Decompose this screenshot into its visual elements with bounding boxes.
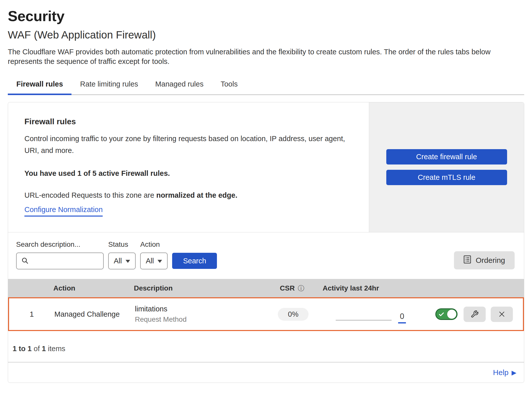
col-description-header: Description [134, 284, 275, 292]
csr-header-label: CSR [280, 284, 295, 292]
normalization-line: URL-encoded Requests to this zone are no… [24, 191, 354, 199]
overview-section: Firewall rules Control incoming traffic … [8, 102, 524, 233]
rule-csr-cell: 0% [276, 308, 324, 321]
chevron-down-icon [126, 260, 130, 263]
csr-value-badge: 0% [278, 308, 309, 321]
rule-controls-cell [435, 307, 523, 322]
activity-sparkline [336, 320, 392, 320]
ordering-button-label: Ordering [476, 256, 505, 265]
page-title: Security [8, 8, 523, 24]
col-activity-header: Activity last 24hr [323, 279, 524, 297]
status-filter-group: Status All [108, 240, 136, 269]
rule-enabled-toggle[interactable] [435, 308, 458, 320]
overview-description: Control incoming traffic to your zone by… [24, 133, 354, 156]
ordering-list-icon [464, 255, 471, 265]
status-dropdown[interactable]: All [108, 253, 136, 269]
col-csr-header: CSR ⓘ [275, 284, 323, 292]
rule-priority: 1 [9, 310, 54, 318]
search-box[interactable] [16, 253, 104, 269]
page-description: The Cloudflare WAF provides both automat… [8, 47, 523, 66]
normalization-text: URL-encoded Requests to this zone are [24, 191, 154, 199]
activity-count-link[interactable]: 0 [398, 312, 406, 323]
edit-rule-button[interactable] [464, 307, 486, 322]
rule-description: limitations [135, 305, 276, 313]
configure-normalization-link[interactable]: Configure Normalization [24, 205, 103, 217]
pagination-items-label: items [48, 345, 65, 353]
tab-managed-rules[interactable]: Managed rules [147, 76, 212, 94]
status-label: Status [108, 240, 136, 249]
action-filter-group: Action All [140, 240, 168, 269]
create-mtls-rule-button[interactable]: Create mTLS rule [386, 170, 507, 185]
help-link[interactable]: Help ▶ [493, 368, 516, 377]
rule-description-cell: limitations Request Method [135, 305, 276, 323]
rule-action: Managed Challenge [54, 310, 135, 318]
overview-heading: Firewall rules [24, 117, 354, 126]
normalization-bold: normalized at the edge. [156, 191, 237, 199]
table-row[interactable]: 1 Managed Challenge limitations Request … [8, 297, 524, 331]
create-firewall-rule-button[interactable]: Create firewall rule [386, 149, 507, 164]
rule-expression: Request Method [135, 315, 276, 323]
delete-rule-button[interactable] [491, 307, 513, 322]
info-icon[interactable]: ⓘ [298, 285, 304, 292]
action-dropdown-value: All [146, 257, 154, 265]
check-icon [439, 312, 444, 316]
tab-tools[interactable]: Tools [212, 76, 246, 94]
action-dropdown[interactable]: All [140, 253, 168, 269]
toggle-knob [447, 310, 456, 319]
actions-panel: Create firewall rule Create mTLS rule [369, 102, 524, 232]
help-link-label: Help [493, 368, 509, 377]
waf-tab-bar: Firewall rules Rate limiting rules Manag… [8, 76, 524, 95]
arrow-right-icon: ▶ [512, 369, 516, 376]
activity-header-label: Activity last 24hr [323, 284, 379, 292]
search-label: Search description... [16, 240, 104, 249]
pagination-range: 1 to 1 [13, 345, 32, 353]
col-action-header: Action [53, 284, 134, 292]
filter-bar: Search description... Status All Action … [8, 232, 524, 279]
action-label: Action [140, 240, 168, 249]
wrench-icon [471, 310, 479, 318]
pagination: 1 to 1 of 1 items [8, 331, 524, 362]
ordering-button[interactable]: Ordering [454, 251, 515, 269]
search-icon [21, 257, 29, 265]
search-button[interactable]: Search [172, 253, 217, 269]
overview-text: Firewall rules Control incoming traffic … [8, 102, 369, 232]
chevron-down-icon [158, 260, 162, 263]
page-header: Security WAF (Web Application Firewall) … [0, 0, 532, 66]
status-dropdown-value: All [114, 257, 122, 265]
search-group: Search description... [16, 240, 104, 269]
pagination-total: 1 [42, 345, 46, 353]
pagination-of: of [34, 345, 40, 353]
card-footer: Help ▶ [8, 362, 524, 383]
tab-firewall-rules[interactable]: Firewall rules [8, 76, 71, 94]
firewall-rules-card: Firewall rules Control incoming traffic … [8, 102, 524, 383]
page-subtitle: WAF (Web Application Firewall) [8, 29, 523, 41]
table-header: Action Description CSR ⓘ Activity last 2… [8, 279, 524, 297]
tab-rate-limiting-rules[interactable]: Rate limiting rules [71, 76, 146, 94]
rule-activity-cell: 0 [324, 298, 435, 330]
usage-summary: You have used 1 of 5 active Firewall rul… [24, 169, 354, 178]
close-icon [498, 310, 506, 318]
